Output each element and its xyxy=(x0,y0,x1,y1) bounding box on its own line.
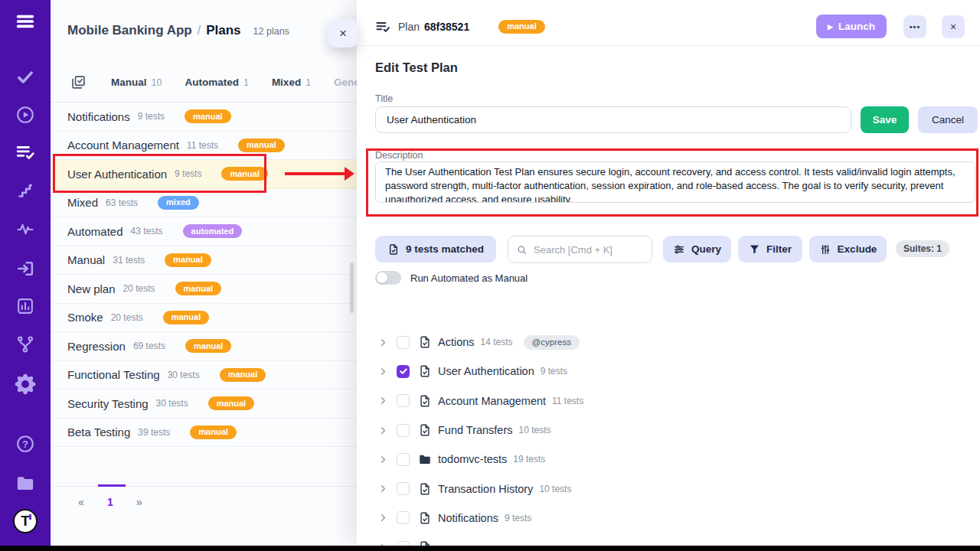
chevron-right-icon[interactable] xyxy=(378,396,388,406)
testomat-logo[interactable]: T xyxy=(13,509,38,533)
plan-badge: manual xyxy=(185,109,231,123)
launch-label: Launch xyxy=(838,21,875,32)
query-button[interactable]: Query xyxy=(663,236,731,262)
run-automated-toggle-row: Run Automated as Manual xyxy=(375,271,528,285)
plan-badge: manual xyxy=(185,339,232,353)
plans-playlist-check-icon[interactable] xyxy=(15,142,35,162)
branch-icon[interactable] xyxy=(16,335,35,354)
drawer-floating-close-button[interactable]: × xyxy=(328,19,358,47)
scrollbar-thumb[interactable] xyxy=(350,262,354,313)
query-label: Query xyxy=(691,243,721,255)
activity-pulse-icon[interactable] xyxy=(16,220,34,238)
suite-row[interactable]: Fund Transfers 10 tests xyxy=(357,416,980,445)
plan-id: 68f38521 xyxy=(424,21,469,33)
reports-bar-chart-icon[interactable] xyxy=(16,297,35,316)
steps-icon[interactable] xyxy=(16,181,34,200)
play-icon: ▶ xyxy=(828,23,833,31)
suite-checkbox[interactable] xyxy=(397,365,410,378)
plan-tab[interactable]: Mixed 1 xyxy=(272,77,311,88)
runs-play-circle-icon[interactable] xyxy=(15,105,35,125)
more-options-button[interactable]: ••• xyxy=(903,15,926,38)
suite-row[interactable]: Account Management 11 tests xyxy=(357,386,980,416)
suite-row[interactable]: User Authentication 9 tests xyxy=(357,357,980,386)
exclude-button[interactable]: Exclude xyxy=(809,236,887,262)
suite-checkbox[interactable] xyxy=(397,424,410,437)
suite-row[interactable]: todomvc-tests 19 tests xyxy=(357,445,980,474)
plan-row[interactable]: Regression 69 tests manual xyxy=(51,332,357,361)
plan-row[interactable]: Account Management 11 tests manual xyxy=(51,132,357,161)
tab-label: Manual xyxy=(111,77,147,88)
filter-button[interactable]: Filter xyxy=(738,236,802,262)
run-automated-label: Run Automated as Manual xyxy=(410,272,528,284)
chevron-right-icon[interactable] xyxy=(378,425,388,435)
chevron-right-icon[interactable] xyxy=(378,337,388,347)
plan-tab[interactable]: Automated 1 xyxy=(185,77,248,88)
suite-checkbox[interactable] xyxy=(397,453,410,466)
launch-button[interactable]: ▶ Launch xyxy=(816,15,887,38)
plan-row[interactable]: New plan 20 tests manual xyxy=(51,275,357,304)
projects-folder-icon[interactable] xyxy=(15,473,36,494)
tab-label: Automated xyxy=(185,77,239,88)
plan-name: Account Management xyxy=(67,139,179,152)
plan-row[interactable]: Notifications 9 tests manual xyxy=(51,103,357,132)
plan-row[interactable]: Smoke 20 tests manual xyxy=(51,304,357,333)
plan-row[interactable]: Mixed 63 tests mixed xyxy=(51,189,357,218)
chevron-right-icon[interactable] xyxy=(378,367,388,377)
pagination-page-1[interactable]: 1 xyxy=(105,496,116,508)
description-textarea[interactable]: The User Authentication Test Plan ensure… xyxy=(375,161,975,203)
select-all-icon[interactable] xyxy=(70,74,87,90)
drawer-header: Plan 68f38521 manual ▶ Launch ••• × xyxy=(357,0,980,46)
plan-name: Manual xyxy=(67,253,105,266)
plan-test-count: 30 tests xyxy=(156,398,188,409)
logo-tick xyxy=(29,514,31,520)
run-automated-toggle[interactable] xyxy=(375,271,401,285)
plan-test-count: 69 tests xyxy=(133,341,165,351)
settings-gear-icon[interactable] xyxy=(15,374,36,395)
hamburger-menu-icon[interactable] xyxy=(15,11,36,32)
search-box[interactable] xyxy=(508,236,652,263)
plan-test-count: 11 tests xyxy=(187,140,218,151)
suite-row[interactable]: Notifications 9 tests xyxy=(357,504,980,533)
plan-row[interactable]: Manual 31 tests manual xyxy=(51,246,357,276)
filter-label: Filter xyxy=(766,243,792,255)
plan-row[interactable]: Security Testing 30 tests manual xyxy=(51,390,357,419)
plan-playlist-icon xyxy=(375,19,390,34)
plan-row[interactable]: Functional Testing 30 tests manual xyxy=(51,361,357,390)
pagination-prev-button[interactable]: « xyxy=(76,496,87,508)
plan-tab[interactable]: Manual 10 xyxy=(111,77,162,88)
plan-test-count: 63 tests xyxy=(106,197,138,208)
suite-row[interactable]: Actions 14 tests @cypress xyxy=(357,328,980,357)
svg-text:?: ? xyxy=(22,439,28,450)
suite-checkbox[interactable] xyxy=(397,336,410,349)
chevron-right-icon[interactable] xyxy=(378,513,388,523)
search-input[interactable] xyxy=(534,244,644,256)
plan-badge: manual xyxy=(163,311,210,324)
import-login-icon[interactable] xyxy=(16,259,35,279)
cancel-button[interactable]: Cancel xyxy=(918,106,978,133)
project-name[interactable]: Mobile Banking App xyxy=(67,23,192,38)
plan-test-count: 9 tests xyxy=(175,168,201,179)
suite-name: User Authentication xyxy=(438,365,534,377)
suite-checkbox[interactable] xyxy=(397,394,410,407)
suite-checkbox[interactable] xyxy=(397,482,410,495)
plan-row[interactable]: Automated 43 tests automated xyxy=(51,217,357,246)
plan-row[interactable]: Beta Testing 39 tests manual xyxy=(51,419,357,448)
help-icon[interactable]: ? xyxy=(15,434,35,454)
chevron-right-icon[interactable] xyxy=(378,455,388,465)
annotation-arrow-head xyxy=(345,167,354,181)
tests-check-icon[interactable] xyxy=(15,67,35,86)
plan-test-count: 20 tests xyxy=(111,312,143,323)
sliders-icon xyxy=(673,243,685,256)
close-button[interactable]: × xyxy=(942,15,965,38)
title-input[interactable] xyxy=(375,106,851,133)
pagination-next-button[interactable]: » xyxy=(134,496,145,508)
plan-type-tabs: Manual 10 Automated 1 Mixed 1 Gener xyxy=(70,74,368,90)
chevron-right-icon[interactable] xyxy=(378,484,388,494)
plan-name: Functional Testing xyxy=(67,368,160,381)
plan-test-count: 30 tests xyxy=(168,370,200,380)
suite-checkbox[interactable] xyxy=(397,511,410,524)
tests-matched-button[interactable]: 9 tests matched xyxy=(375,236,496,262)
save-button[interactable]: Save xyxy=(861,106,909,133)
plan-badge: mixed xyxy=(158,196,199,210)
suite-row[interactable]: Transaction History 10 tests xyxy=(357,474,980,503)
